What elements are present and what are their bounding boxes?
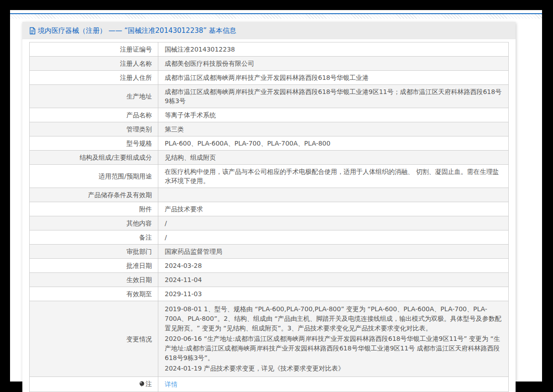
row-value: 见结构、组成附页 <box>158 151 509 165</box>
table-row: 注册证编号国械注准20143012238 <box>30 42 509 57</box>
row-value: PLA-600、PLA-600A、PLA-700、PLA-700A、PLA-80… <box>158 136 509 151</box>
table-row: 结构及组成/主要组成成分见结构、组成附页 <box>30 151 509 165</box>
empty-value <box>165 190 503 199</box>
row-label-text: 其他内容 <box>126 220 152 227</box>
table-row: 注册人名称成都美创医疗科技股份有限公司 <box>30 57 509 71</box>
row-label: 注 <box>30 377 158 392</box>
row-value: 2029-11-03 <box>158 287 509 301</box>
row-value: 国家药品监督管理局 <box>158 245 509 259</box>
registration-info-table: 注册证编号国械注准20143012238注册人名称成都美创医疗科技股份有限公司注… <box>29 42 509 392</box>
row-label-text: 注册人住所 <box>120 74 152 81</box>
change-history-line: 2019-08-01 1、型号、规格由 “PLA-600,PLA-700,PLA… <box>165 304 503 333</box>
row-value-text: / <box>165 234 167 241</box>
row-value-text: / <box>165 220 167 227</box>
document-icon <box>29 27 36 35</box>
table-row: 其他内容/ <box>30 216 509 230</box>
row-value-text: 在医疗机构中使用，该产品与本公司相应的手术电极配合使用，适用于人体组织的消融、 … <box>165 168 499 184</box>
row-label: 审批部门 <box>30 245 158 259</box>
table-row: 附件产品技术要求 <box>30 202 509 216</box>
row-value: 产品技术要求 <box>158 202 509 216</box>
table-row: 产品名称等离子体手术系统 <box>30 108 509 122</box>
row-label-text: 注 <box>146 380 152 387</box>
row-label-text: 管理类别 <box>126 125 152 133</box>
details-link[interactable]: 详情 <box>165 381 177 388</box>
row-value-text: 2024-11-04 <box>165 276 202 283</box>
info-card: 境内医疗器械（注册） —— “国械注准20143012238” 基本信息 注册证… <box>22 22 516 392</box>
row-label-text: 附件 <box>139 205 152 213</box>
row-label: 适用范围/预期用途 <box>30 165 158 188</box>
row-label: 备注 <box>30 230 158 245</box>
row-label-text: 结构及组成/主要组成成分 <box>79 154 152 161</box>
row-label-text: 注册证编号 <box>120 46 152 53</box>
table-row: 审批部门国家药品监督管理局 <box>30 245 509 259</box>
row-value-text: 2029-11-03 <box>165 290 202 298</box>
row-value-text: 成都市温江区成都海峡两岸科技产业开发园科林路西段618号华银工业港9区11号；成… <box>165 88 501 105</box>
change-history-line: 2024-01-19 产品技术要求变更，详见《技术要求变更对比表》 <box>165 364 503 373</box>
row-label-text: 变更情况 <box>126 335 152 343</box>
row-label: 注册人名称 <box>30 57 158 71</box>
row-value-text: 第三类 <box>165 125 184 133</box>
row-label: 附件 <box>30 202 158 216</box>
row-label-text: 适用范围/预期用途 <box>99 172 152 180</box>
row-value: 成都市温江区成都海峡两岸科技产业开发园科林路西段618号华银工业港 <box>158 71 509 85</box>
row-value: 等离子体手术系统 <box>158 108 509 122</box>
row-value-text: 国家药品监督管理局 <box>165 248 222 255</box>
page-background: 境内医疗器械（注册） —— “国械注准20143012238” 基本信息 注册证… <box>10 10 542 382</box>
row-label: 其他内容 <box>30 216 158 230</box>
row-label-text: 产品名称 <box>126 111 152 119</box>
row-value-text: 成都美创医疗科技股份有限公司 <box>165 60 254 67</box>
row-label: 型号规格 <box>30 136 158 151</box>
row-label-text: 生产地址 <box>126 93 152 100</box>
row-label: 产品储存条件及有效期 <box>30 188 158 202</box>
row-value: 在医疗机构中使用，该产品与本公司相应的手术电极配合使用，适用于人体组织的消融、 … <box>158 165 509 188</box>
table-row: 生效日期2024-11-04 <box>30 273 509 287</box>
row-label: 产品名称 <box>30 108 158 122</box>
row-value-text: 2024-03-28 <box>165 262 202 269</box>
row-label-text: 有效期至 <box>126 290 152 298</box>
row-label-text: 型号规格 <box>126 140 152 147</box>
row-label-text: 产品储存条件及有效期 <box>88 191 152 199</box>
page-title: 境内医疗器械（注册） —— “国械注准20143012238” 基本信息 <box>38 26 236 35</box>
row-value-text: 产品技术要求 <box>165 205 203 213</box>
row-value: 成都美创医疗科技股份有限公司 <box>158 57 509 71</box>
row-value-text: 见结构、组成附页 <box>165 154 216 161</box>
row-value: / <box>158 230 509 245</box>
row-label: 生产地址 <box>30 85 158 108</box>
row-label: 批准日期 <box>30 259 158 273</box>
row-label: 变更情况 <box>30 301 158 377</box>
change-history-line: 2020-06-16 “生产地址:成都市温江区成都海峡两岸科技产业开发园科林路西… <box>165 334 503 363</box>
row-label: 管理类别 <box>30 122 158 136</box>
row-label: 结构及组成/主要组成成分 <box>30 151 158 165</box>
hatch-pattern-band <box>10 14 542 19</box>
row-value-text: 等离子体手术系统 <box>165 111 216 119</box>
table-row: 变更情况2019-08-01 1、型号、规格由 “PLA-600,PLA-700… <box>30 301 509 377</box>
row-label-text: 批准日期 <box>126 262 152 269</box>
row-label-text: 生效日期 <box>126 276 152 283</box>
row-label: 注册证编号 <box>30 42 158 57</box>
table-row: 型号规格PLA-600、PLA-600A、PLA-700、PLA-700A、PL… <box>30 136 509 151</box>
row-value: 国械注准20143012238 <box>158 42 509 57</box>
table-row: 注册人住所成都市温江区成都海峡两岸科技产业开发园科林路西段618号华银工业港 <box>30 71 509 85</box>
row-value: 2024-11-04 <box>158 273 509 287</box>
row-value: 第三类 <box>158 122 509 136</box>
table-row: 适用范围/预期用途在医疗机构中使用，该产品与本公司相应的手术电极配合使用，适用于… <box>30 165 509 188</box>
bulb-icon <box>139 380 145 389</box>
row-label-text: 审批部门 <box>126 248 152 255</box>
table-container: 注册证编号国械注准20143012238注册人名称成都美创医疗科技股份有限公司注… <box>22 39 516 392</box>
row-label-text: 注册人名称 <box>120 60 152 67</box>
table-row: 产品储存条件及有效期 <box>30 188 509 202</box>
table-row: 批准日期2024-03-28 <box>30 259 509 273</box>
row-value: 2019-08-01 1、型号、规格由 “PLA-600,PLA-700,PLA… <box>158 301 509 377</box>
row-value <box>158 188 509 202</box>
table-row: 管理类别第三类 <box>30 122 509 136</box>
row-value: 详情 <box>158 377 509 392</box>
row-label: 生效日期 <box>30 273 158 287</box>
table-row: 有效期至2029-11-03 <box>30 287 509 301</box>
table-row: 备注/ <box>30 230 509 245</box>
row-label: 有效期至 <box>30 287 158 301</box>
row-value-text: 国械注准20143012238 <box>165 46 235 53</box>
row-value: / <box>158 216 509 230</box>
row-value: 成都市温江区成都海峡两岸科技产业开发园科林路西段618号华银工业港9区11号；成… <box>158 85 509 108</box>
row-label-text: 备注 <box>139 234 152 241</box>
row-value-text: 成都市温江区成都海峡两岸科技产业开发园科林路西段618号华银工业港 <box>165 74 369 81</box>
